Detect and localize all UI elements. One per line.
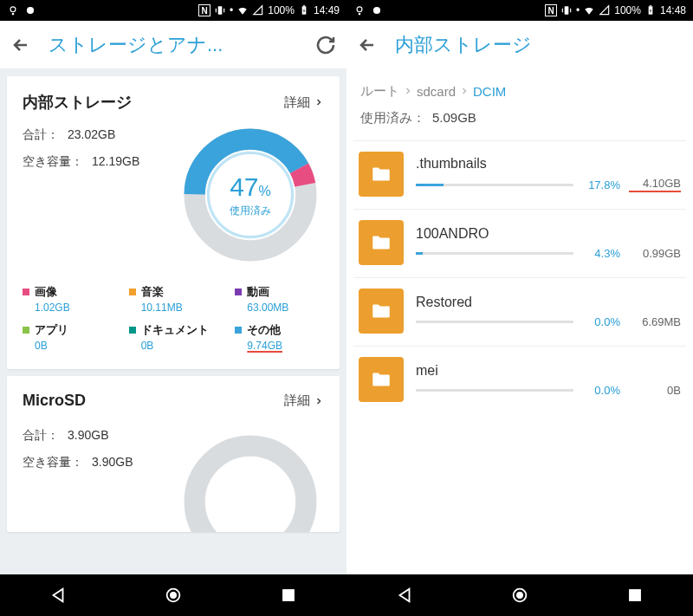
vibrate-icon bbox=[214, 4, 226, 16]
nav-recent-button[interactable] bbox=[625, 586, 644, 605]
legend-swatch bbox=[23, 327, 29, 334]
free-value: 3.90GB bbox=[92, 455, 133, 469]
nav-back-button[interactable] bbox=[49, 586, 68, 605]
folder-name: 100ANDRO bbox=[416, 226, 681, 242]
legend-item[interactable]: 音楽10.11MB bbox=[129, 284, 218, 314]
free-value: 12.19GB bbox=[92, 154, 139, 168]
battery-icon bbox=[644, 4, 657, 16]
svg-point-0 bbox=[10, 7, 16, 12]
nfc-icon: N bbox=[198, 4, 210, 16]
legend-item[interactable]: 画像1.02GB bbox=[23, 284, 112, 314]
clock: 14:48 bbox=[660, 4, 686, 16]
nav-back-button[interactable] bbox=[395, 586, 414, 605]
nav-recent-button[interactable] bbox=[279, 586, 298, 605]
breadcrumb-segment[interactable]: sdcard bbox=[417, 84, 456, 99]
legend-value: 1.02GB bbox=[35, 302, 112, 314]
chevron-right-icon bbox=[314, 97, 324, 107]
refresh-button[interactable] bbox=[315, 35, 336, 55]
free-label: 空き容量： bbox=[23, 154, 83, 168]
folder-row[interactable]: mei 0.0% 0B bbox=[353, 346, 686, 414]
legend-label: 音楽 bbox=[141, 284, 164, 300]
svg-rect-20 bbox=[630, 590, 641, 601]
storage-donut: 47% 使用済み bbox=[177, 121, 324, 269]
svg-point-19 bbox=[516, 592, 522, 598]
folder-size: 6.69MB bbox=[629, 315, 681, 328]
status-bar: N • 100% 14:49 bbox=[0, 0, 346, 21]
circle-icon bbox=[371, 4, 383, 16]
chevron-right-icon bbox=[459, 84, 470, 99]
folder-pct: 0.0% bbox=[582, 315, 620, 328]
vibrate-icon bbox=[560, 4, 573, 16]
details-label: 詳細 bbox=[284, 392, 310, 409]
legend-value: 10.11MB bbox=[141, 302, 218, 314]
details-button[interactable]: 詳細 bbox=[284, 392, 324, 409]
legend-swatch bbox=[129, 289, 136, 295]
android-nav-bar bbox=[346, 574, 693, 616]
details-button[interactable]: 詳細 bbox=[284, 94, 324, 111]
signal-icon bbox=[599, 4, 611, 16]
folder-row[interactable]: .thumbnails 17.8% 4.10GB bbox=[353, 140, 686, 209]
content-area[interactable]: ルートsdcardDCIM 使用済み：5.09GB .thumbnails 17… bbox=[346, 69, 693, 574]
total-value: 23.02GB bbox=[68, 127, 115, 141]
legend-label: 画像 bbox=[35, 284, 57, 300]
folder-icon bbox=[359, 357, 404, 402]
used-label: 使用済み bbox=[230, 204, 271, 218]
app-bar: ストレージとアナ... bbox=[0, 21, 346, 69]
svg-point-11 bbox=[170, 592, 176, 598]
battery-pct: 100% bbox=[614, 4, 641, 16]
wifi-icon bbox=[236, 4, 249, 16]
legend-item[interactable]: アプリ0B bbox=[23, 322, 112, 352]
total-value: 3.90GB bbox=[68, 428, 108, 442]
folder-list: .thumbnails 17.8% 4.10GB 100ANDRO 4.3% 0… bbox=[353, 140, 686, 414]
legend-item[interactable]: その他9.74GB bbox=[235, 322, 324, 352]
breadcrumb-segment[interactable]: DCIM bbox=[473, 84, 506, 99]
page-title: ストレージとアナ... bbox=[49, 32, 315, 58]
circle-icon bbox=[24, 4, 36, 16]
clock: 14:49 bbox=[314, 4, 340, 16]
svg-point-14 bbox=[373, 7, 380, 14]
legend-label: ドキュメント bbox=[141, 322, 209, 338]
usage-bar bbox=[416, 321, 573, 323]
nav-home-button[interactable] bbox=[510, 586, 529, 605]
legend-label: その他 bbox=[247, 322, 281, 338]
legend-item[interactable]: 動画63.00MB bbox=[235, 284, 324, 314]
legend-item[interactable]: ドキュメント0B bbox=[129, 322, 218, 352]
legend-value: 63.00MB bbox=[247, 302, 324, 314]
card-title: 内部ストレージ bbox=[23, 92, 132, 113]
storage-donut bbox=[177, 428, 324, 532]
microsd-card[interactable]: MicroSD 詳細 合計：3.90GB 空き容量：3.90GB bbox=[7, 376, 340, 532]
used-value: 5.09GB bbox=[432, 110, 476, 125]
breadcrumb[interactable]: ルートsdcardDCIM bbox=[353, 69, 686, 105]
dot-icon: • bbox=[576, 4, 580, 16]
folder-pct: 17.8% bbox=[582, 178, 620, 191]
internal-storage-card[interactable]: 内部ストレージ 詳細 合計：23.02GB 空き容量：12.19GB bbox=[7, 76, 340, 369]
folder-size: 0.99GB bbox=[629, 247, 681, 260]
used-pct: 47 bbox=[230, 172, 258, 201]
legend-swatch bbox=[129, 327, 136, 334]
app-bar: 内部ストレージ bbox=[346, 21, 693, 69]
pct-sign: % bbox=[259, 184, 271, 198]
svg-rect-12 bbox=[283, 590, 295, 601]
folder-name: Restored bbox=[416, 295, 681, 310]
legend-value: 9.74GB bbox=[247, 340, 324, 352]
back-button[interactable] bbox=[357, 35, 378, 55]
back-button[interactable] bbox=[10, 35, 31, 55]
legend-value: 0B bbox=[35, 340, 112, 352]
page-title: 内部ストレージ bbox=[395, 32, 683, 58]
folder-row[interactable]: 100ANDRO 4.3% 0.99GB bbox=[353, 209, 686, 277]
folder-row[interactable]: Restored 0.0% 6.69MB bbox=[353, 277, 686, 346]
chevron-right-icon bbox=[403, 84, 413, 99]
storage-stats: 合計：23.02GB 空き容量：12.19GB bbox=[23, 121, 139, 269]
legend-swatch bbox=[235, 327, 242, 334]
folder-icon bbox=[359, 220, 404, 265]
nav-home-button[interactable] bbox=[164, 586, 183, 605]
svg-rect-17 bbox=[650, 5, 651, 6]
used-line: 使用済み：5.09GB bbox=[353, 105, 686, 140]
phone-left: N • 100% 14:49 ストレージとアナ... 内部ストレージ 詳細 bbox=[0, 0, 346, 616]
free-label: 空き容量： bbox=[23, 455, 83, 469]
dot-icon: • bbox=[230, 4, 233, 16]
breadcrumb-segment[interactable]: ルート bbox=[360, 83, 399, 100]
content-area[interactable]: 内部ストレージ 詳細 合計：23.02GB 空き容量：12.19GB bbox=[0, 69, 346, 574]
nfc-icon: N bbox=[545, 4, 557, 16]
details-label: 詳細 bbox=[284, 94, 310, 111]
